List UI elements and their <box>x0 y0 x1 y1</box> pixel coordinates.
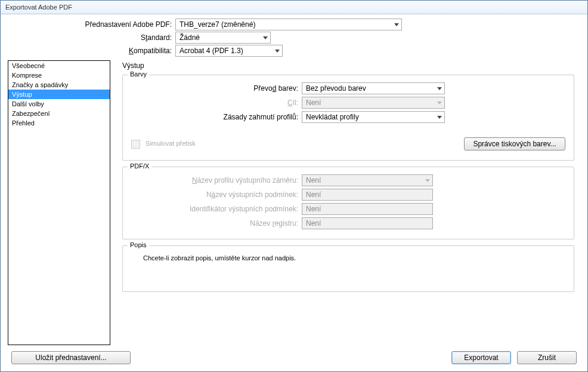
compat-select[interactable]: Acrobat 4 (PDF 1.3) <box>175 45 283 57</box>
sidebar-item-advanced[interactable]: Další volby <box>8 99 110 109</box>
pdfx-fieldset: PDF/X Název profilu výstupního záměru: N… <box>122 167 574 239</box>
description-text: Chcete-li zobrazit popis, umístěte kurzo… <box>131 251 565 265</box>
output-intent-profile-label: Název profilu výstupního záměru: <box>131 176 302 185</box>
destination-label: Cíl: <box>131 99 302 107</box>
preset-select[interactable]: THB_verze7 (změněné) <box>175 19 402 30</box>
category-sidebar: Všeobecné Komprese Značky a spadávky Výs… <box>8 60 110 345</box>
description-legend: Popis <box>128 241 149 248</box>
profile-policy-label: Zásady zahrnutí profilů: <box>131 113 302 121</box>
destination-select: Není <box>302 97 445 109</box>
simulate-overprint-wrap: Simulovat přetisk <box>131 140 196 149</box>
output-intent-profile-select: Není <box>302 174 433 186</box>
top-form: Přednastavení Adobe PDF: THB_verze7 (změ… <box>8 19 580 58</box>
sidebar-item-marks[interactable]: Značky a spadávky <box>8 80 110 90</box>
sidebar-item-output[interactable]: Výstup <box>8 90 110 99</box>
output-condition-id-input: Není <box>302 203 433 215</box>
sidebar-item-security[interactable]: Zabezpečení <box>8 109 110 118</box>
titlebar: Exportovat Adobe PDF <box>1 1 587 14</box>
registry-name-input: Není <box>302 217 433 229</box>
ink-manager-button[interactable]: Správce tiskových barev... <box>464 137 565 150</box>
simulate-overprint-label: Simulovat přetisk <box>146 140 196 147</box>
colors-legend: Barvy <box>128 70 149 78</box>
colors-fieldset: Barvy Převod barev: Bez převodu barev Cí… <box>122 75 574 161</box>
output-condition-id-label: Identifikátor výstupních podmínek: <box>131 205 302 213</box>
registry-name-label: Název registru: <box>131 219 302 227</box>
compat-label: Kompatibilita: <box>8 47 175 55</box>
dialog-content: Přednastavení Adobe PDF: THB_verze7 (změ… <box>8 19 580 364</box>
window-title: Exportovat Adobe PDF <box>5 4 72 11</box>
panel-title: Výstup <box>122 62 574 70</box>
preset-label: Přednastavení Adobe PDF: <box>8 20 175 29</box>
cancel-button[interactable]: Zrušit <box>517 351 577 364</box>
simulate-overprint-checkbox <box>131 140 140 149</box>
dialog-footer: Uložit přednastavení... Exportovat Zruši… <box>8 351 580 364</box>
save-preset-button[interactable]: Uložit přednastavení... <box>11 351 131 364</box>
description-fieldset: Popis Chcete-li zobrazit popis, umístěte… <box>122 245 574 292</box>
output-panel: Výstup Barvy Převod barev: Bez převodu b… <box>110 60 580 345</box>
standard-label: Standard: <box>8 33 175 42</box>
color-conversion-select[interactable]: Bez převodu barev <box>302 82 445 94</box>
output-condition-name-label: Název výstupních podmínek: <box>131 190 302 199</box>
output-condition-name-input: Není <box>302 189 433 201</box>
standard-select[interactable]: Žádné <box>175 32 271 44</box>
pdfx-legend: PDF/X <box>128 162 151 170</box>
sidebar-item-general[interactable]: Všeobecné <box>8 61 110 70</box>
sidebar-item-compression[interactable]: Komprese <box>8 70 110 80</box>
export-button[interactable]: Exportovat <box>451 351 511 364</box>
sidebar-item-summary[interactable]: Přehled <box>8 118 110 128</box>
profile-policy-select[interactable]: Nevkládat profily <box>302 111 445 123</box>
export-pdf-dialog: Exportovat Adobe PDF Přednastavení Adobe… <box>0 0 588 372</box>
color-conversion-label: Převod barev: <box>131 84 302 93</box>
